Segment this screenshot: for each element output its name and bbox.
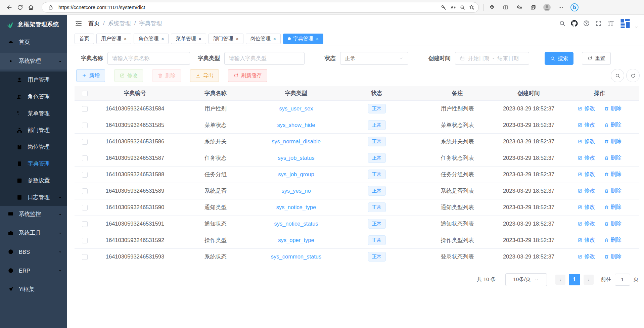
sidebar-item-BBS[interactable]: BBS bbox=[0, 243, 67, 260]
page-number-button[interactable]: 1 bbox=[569, 274, 580, 285]
row-checkbox[interactable] bbox=[82, 139, 88, 145]
search-icon[interactable] bbox=[559, 20, 566, 27]
profile-avatar[interactable] bbox=[542, 2, 552, 13]
sidebar-item-角色管理[interactable]: 角色管理 bbox=[0, 88, 67, 105]
more-icon[interactable] bbox=[555, 2, 566, 13]
row-edit-link[interactable]: 修改 bbox=[578, 122, 595, 129]
row-delete-link[interactable]: 删除 bbox=[604, 138, 622, 145]
tab-首页[interactable]: 首页 bbox=[75, 34, 94, 44]
tab-岗位管理[interactable]: 岗位管理× bbox=[246, 34, 281, 44]
tab-close-icon[interactable]: × bbox=[316, 37, 319, 41]
dict-type-link[interactable]: sys_common_status bbox=[271, 253, 321, 260]
sidebar-item-字典管理[interactable]: 字典管理 bbox=[0, 155, 67, 172]
row-edit-link[interactable]: 修改 bbox=[578, 171, 595, 178]
dict-type-link[interactable]: sys_oper_type bbox=[278, 237, 314, 243]
help-icon[interactable] bbox=[583, 20, 590, 27]
row-checkbox[interactable] bbox=[82, 254, 88, 260]
tab-close-icon[interactable]: × bbox=[273, 37, 276, 41]
edit-button[interactable]: 修改 bbox=[114, 69, 143, 82]
address-bar[interactable]: https://ccnetcore.com:1101/system/dict bbox=[42, 2, 479, 13]
tab-close-icon[interactable]: × bbox=[124, 37, 127, 41]
tab-close-icon[interactable]: × bbox=[198, 37, 201, 41]
row-edit-link[interactable]: 修改 bbox=[578, 138, 595, 145]
row-checkbox[interactable] bbox=[82, 238, 88, 243]
row-delete-link[interactable]: 删除 bbox=[604, 237, 622, 244]
dict-type-link[interactable]: sys_job_status bbox=[278, 155, 314, 161]
dict-name-input[interactable]: 请输入字典名称 bbox=[107, 52, 190, 65]
fullscreen-icon[interactable] bbox=[595, 20, 602, 27]
row-checkbox[interactable] bbox=[82, 205, 88, 210]
row-edit-link[interactable]: 修改 bbox=[578, 253, 595, 260]
sidebar-item-Yi框架[interactable]: Yi框架 bbox=[0, 281, 67, 298]
delete-button[interactable]: 删除 bbox=[152, 69, 181, 82]
refresh-icon[interactable] bbox=[15, 2, 26, 13]
row-edit-link[interactable]: 修改 bbox=[578, 237, 595, 244]
prev-page-button[interactable] bbox=[555, 275, 565, 285]
collapse-menu-icon[interactable] bbox=[75, 19, 83, 28]
table-refresh-button[interactable] bbox=[626, 69, 640, 82]
table-search-toggle-button[interactable] bbox=[611, 69, 624, 82]
dict-type-input[interactable]: 请输入字典类型 bbox=[224, 52, 305, 65]
row-checkbox[interactable] bbox=[82, 221, 88, 227]
sidebar-item-系统工具[interactable]: 系统工具 bbox=[0, 225, 67, 241]
dict-type-link[interactable]: sys_notice_type bbox=[276, 204, 316, 210]
row-delete-link[interactable]: 删除 bbox=[604, 204, 622, 211]
url-text[interactable]: https://ccnetcore.com:1101/system/dict bbox=[58, 4, 439, 10]
add-favorite-icon[interactable] bbox=[467, 3, 476, 12]
row-checkbox[interactable] bbox=[82, 188, 88, 194]
date-range-picker[interactable]: 开始日期 - 结束日期 bbox=[455, 52, 529, 65]
tab-角色管理[interactable]: 角色管理× bbox=[134, 34, 169, 44]
row-edit-link[interactable]: 修改 bbox=[578, 220, 595, 227]
tab-close-icon[interactable]: × bbox=[161, 37, 164, 41]
zoom-out-icon[interactable] bbox=[458, 3, 467, 12]
dict-type-link[interactable]: sys_user_sex bbox=[279, 105, 313, 111]
row-edit-link[interactable]: 修改 bbox=[578, 154, 595, 161]
sidebar-item-参数设置[interactable]: 参数设置 bbox=[0, 172, 67, 189]
search-button[interactable]: 搜索 bbox=[545, 52, 573, 65]
export-button[interactable]: 导出 bbox=[190, 69, 219, 82]
row-checkbox[interactable] bbox=[82, 106, 88, 112]
sidebar-item-岗位管理[interactable]: 岗位管理 bbox=[0, 139, 67, 155]
read-aloud-icon[interactable] bbox=[448, 3, 458, 12]
dict-type-link[interactable]: sys_normal_disable bbox=[272, 138, 321, 144]
split-screen-icon[interactable] bbox=[500, 2, 511, 13]
row-delete-link[interactable]: 删除 bbox=[604, 105, 622, 112]
sidebar-item-菜单管理[interactable]: 菜单管理 bbox=[0, 105, 67, 122]
tab-用户管理[interactable]: 用户管理× bbox=[96, 34, 131, 44]
row-delete-link[interactable]: 删除 bbox=[604, 122, 622, 129]
tab-菜单管理[interactable]: 菜单管理× bbox=[171, 34, 206, 44]
sidebar-item-日志管理[interactable]: 日志管理 bbox=[0, 189, 67, 206]
sidebar-item-系统管理[interactable]: 系统管理 bbox=[0, 53, 67, 69]
page-size-select[interactable]: 10条/页 bbox=[505, 273, 547, 286]
sidebar-item-系统监控[interactable]: 系统监控 bbox=[0, 206, 67, 223]
bing-chat-icon[interactable]: b bbox=[569, 2, 580, 13]
row-checkbox[interactable] bbox=[82, 155, 88, 161]
reset-button[interactable]: 重置 bbox=[582, 52, 611, 65]
row-delete-link[interactable]: 删除 bbox=[604, 171, 622, 178]
favorites-icon[interactable] bbox=[514, 2, 525, 13]
row-checkbox[interactable] bbox=[82, 172, 88, 178]
github-icon[interactable] bbox=[571, 20, 578, 27]
row-edit-link[interactable]: 修改 bbox=[578, 187, 595, 194]
goto-page-input[interactable]: 1 bbox=[615, 274, 630, 286]
tab-字典管理[interactable]: 字典管理× bbox=[283, 34, 323, 44]
sidebar-item-首页[interactable]: 首页 bbox=[0, 34, 67, 51]
extensions-icon[interactable] bbox=[487, 2, 497, 13]
dict-type-link[interactable]: sys_yes_no bbox=[281, 188, 311, 194]
dict-type-link[interactable]: sys_job_group bbox=[278, 171, 314, 177]
row-edit-link[interactable]: 修改 bbox=[578, 105, 595, 112]
row-delete-link[interactable]: 删除 bbox=[604, 253, 622, 260]
sidebar-item-ERP[interactable]: ERP bbox=[0, 262, 67, 279]
chevron-down-icon[interactable] bbox=[634, 25, 639, 30]
add-button[interactable]: 新增 bbox=[76, 69, 105, 82]
row-delete-link[interactable]: 删除 bbox=[604, 154, 622, 161]
refresh-cache-button[interactable]: 刷新缓存 bbox=[228, 69, 267, 82]
home-icon[interactable] bbox=[26, 2, 36, 13]
select-all-checkbox[interactable] bbox=[82, 91, 88, 96]
next-page-button[interactable] bbox=[584, 275, 594, 285]
row-checkbox[interactable] bbox=[82, 123, 88, 128]
key-icon[interactable] bbox=[439, 3, 448, 12]
sidebar-item-用户管理[interactable]: 用户管理 bbox=[0, 72, 67, 88]
tab-部门管理[interactable]: 部门管理× bbox=[209, 34, 243, 44]
tab-close-icon[interactable]: × bbox=[236, 37, 239, 41]
